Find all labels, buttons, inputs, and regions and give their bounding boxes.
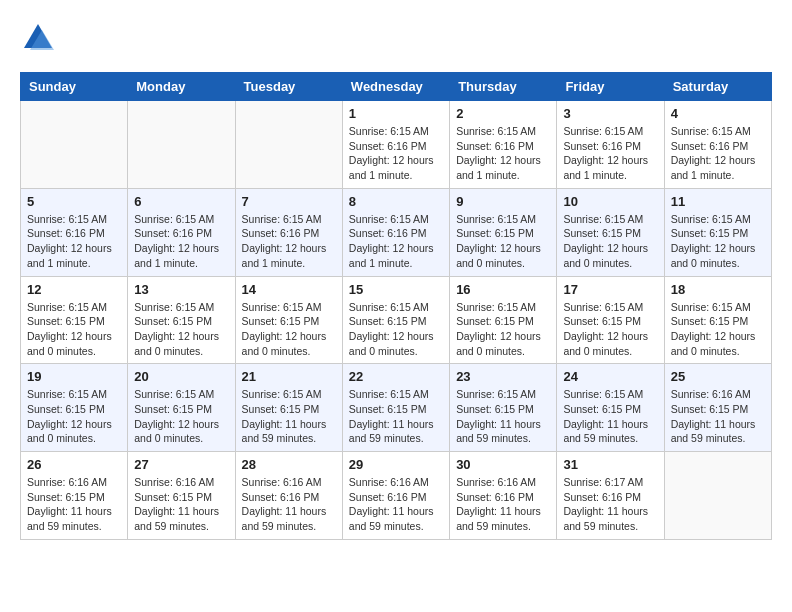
calendar-cell: 14Sunrise: 6:15 AMSunset: 6:15 PMDayligh… bbox=[235, 276, 342, 364]
day-number: 4 bbox=[671, 106, 765, 121]
day-number: 7 bbox=[242, 194, 336, 209]
calendar-cell: 3Sunrise: 6:15 AMSunset: 6:16 PMDaylight… bbox=[557, 101, 664, 189]
day-info: Sunrise: 6:16 AMSunset: 6:16 PMDaylight:… bbox=[242, 475, 336, 534]
calendar-cell: 17Sunrise: 6:15 AMSunset: 6:15 PMDayligh… bbox=[557, 276, 664, 364]
day-header-thursday: Thursday bbox=[450, 73, 557, 101]
day-info: Sunrise: 6:15 AMSunset: 6:15 PMDaylight:… bbox=[349, 300, 443, 359]
calendar-cell: 5Sunrise: 6:15 AMSunset: 6:16 PMDaylight… bbox=[21, 188, 128, 276]
day-number: 19 bbox=[27, 369, 121, 384]
day-number: 27 bbox=[134, 457, 228, 472]
day-info: Sunrise: 6:15 AMSunset: 6:15 PMDaylight:… bbox=[134, 300, 228, 359]
calendar-cell: 4Sunrise: 6:15 AMSunset: 6:16 PMDaylight… bbox=[664, 101, 771, 189]
logo bbox=[20, 20, 60, 56]
calendar-cell: 23Sunrise: 6:15 AMSunset: 6:15 PMDayligh… bbox=[450, 364, 557, 452]
calendar-cell: 31Sunrise: 6:17 AMSunset: 6:16 PMDayligh… bbox=[557, 452, 664, 540]
day-info: Sunrise: 6:15 AMSunset: 6:15 PMDaylight:… bbox=[456, 300, 550, 359]
day-number: 3 bbox=[563, 106, 657, 121]
day-info: Sunrise: 6:16 AMSunset: 6:15 PMDaylight:… bbox=[27, 475, 121, 534]
day-number: 20 bbox=[134, 369, 228, 384]
calendar-cell: 15Sunrise: 6:15 AMSunset: 6:15 PMDayligh… bbox=[342, 276, 449, 364]
calendar-cell bbox=[235, 101, 342, 189]
day-number: 17 bbox=[563, 282, 657, 297]
calendar-cell bbox=[128, 101, 235, 189]
day-number: 30 bbox=[456, 457, 550, 472]
day-info: Sunrise: 6:15 AMSunset: 6:15 PMDaylight:… bbox=[349, 387, 443, 446]
day-header-sunday: Sunday bbox=[21, 73, 128, 101]
day-info: Sunrise: 6:16 AMSunset: 6:15 PMDaylight:… bbox=[671, 387, 765, 446]
calendar-cell: 6Sunrise: 6:15 AMSunset: 6:16 PMDaylight… bbox=[128, 188, 235, 276]
day-number: 26 bbox=[27, 457, 121, 472]
calendar-cell: 11Sunrise: 6:15 AMSunset: 6:15 PMDayligh… bbox=[664, 188, 771, 276]
day-info: Sunrise: 6:15 AMSunset: 6:16 PMDaylight:… bbox=[242, 212, 336, 271]
day-number: 13 bbox=[134, 282, 228, 297]
day-number: 6 bbox=[134, 194, 228, 209]
day-info: Sunrise: 6:15 AMSunset: 6:16 PMDaylight:… bbox=[27, 212, 121, 271]
calendar-cell: 1Sunrise: 6:15 AMSunset: 6:16 PMDaylight… bbox=[342, 101, 449, 189]
calendar-cell: 9Sunrise: 6:15 AMSunset: 6:15 PMDaylight… bbox=[450, 188, 557, 276]
day-number: 1 bbox=[349, 106, 443, 121]
calendar-cell: 7Sunrise: 6:15 AMSunset: 6:16 PMDaylight… bbox=[235, 188, 342, 276]
calendar-cell: 18Sunrise: 6:15 AMSunset: 6:15 PMDayligh… bbox=[664, 276, 771, 364]
day-number: 12 bbox=[27, 282, 121, 297]
calendar-week-row: 1Sunrise: 6:15 AMSunset: 6:16 PMDaylight… bbox=[21, 101, 772, 189]
day-info: Sunrise: 6:15 AMSunset: 6:15 PMDaylight:… bbox=[563, 300, 657, 359]
day-info: Sunrise: 6:15 AMSunset: 6:15 PMDaylight:… bbox=[563, 387, 657, 446]
calendar-cell: 25Sunrise: 6:16 AMSunset: 6:15 PMDayligh… bbox=[664, 364, 771, 452]
calendar-cell: 22Sunrise: 6:15 AMSunset: 6:15 PMDayligh… bbox=[342, 364, 449, 452]
day-number: 18 bbox=[671, 282, 765, 297]
day-info: Sunrise: 6:15 AMSunset: 6:16 PMDaylight:… bbox=[671, 124, 765, 183]
day-header-tuesday: Tuesday bbox=[235, 73, 342, 101]
day-header-wednesday: Wednesday bbox=[342, 73, 449, 101]
day-info: Sunrise: 6:15 AMSunset: 6:15 PMDaylight:… bbox=[671, 300, 765, 359]
day-number: 9 bbox=[456, 194, 550, 209]
day-number: 2 bbox=[456, 106, 550, 121]
day-info: Sunrise: 6:17 AMSunset: 6:16 PMDaylight:… bbox=[563, 475, 657, 534]
day-number: 8 bbox=[349, 194, 443, 209]
calendar-cell: 8Sunrise: 6:15 AMSunset: 6:16 PMDaylight… bbox=[342, 188, 449, 276]
day-info: Sunrise: 6:15 AMSunset: 6:16 PMDaylight:… bbox=[456, 124, 550, 183]
calendar-cell: 29Sunrise: 6:16 AMSunset: 6:16 PMDayligh… bbox=[342, 452, 449, 540]
day-info: Sunrise: 6:15 AMSunset: 6:15 PMDaylight:… bbox=[27, 387, 121, 446]
day-info: Sunrise: 6:15 AMSunset: 6:15 PMDaylight:… bbox=[456, 212, 550, 271]
day-info: Sunrise: 6:15 AMSunset: 6:15 PMDaylight:… bbox=[242, 300, 336, 359]
day-info: Sunrise: 6:16 AMSunset: 6:16 PMDaylight:… bbox=[349, 475, 443, 534]
calendar-cell: 30Sunrise: 6:16 AMSunset: 6:16 PMDayligh… bbox=[450, 452, 557, 540]
day-info: Sunrise: 6:15 AMSunset: 6:15 PMDaylight:… bbox=[134, 387, 228, 446]
calendar-week-row: 5Sunrise: 6:15 AMSunset: 6:16 PMDaylight… bbox=[21, 188, 772, 276]
day-info: Sunrise: 6:15 AMSunset: 6:15 PMDaylight:… bbox=[671, 212, 765, 271]
day-number: 15 bbox=[349, 282, 443, 297]
day-number: 24 bbox=[563, 369, 657, 384]
day-info: Sunrise: 6:16 AMSunset: 6:16 PMDaylight:… bbox=[456, 475, 550, 534]
day-info: Sunrise: 6:15 AMSunset: 6:16 PMDaylight:… bbox=[563, 124, 657, 183]
day-number: 21 bbox=[242, 369, 336, 384]
day-header-saturday: Saturday bbox=[664, 73, 771, 101]
calendar-cell: 16Sunrise: 6:15 AMSunset: 6:15 PMDayligh… bbox=[450, 276, 557, 364]
day-number: 11 bbox=[671, 194, 765, 209]
calendar-cell: 10Sunrise: 6:15 AMSunset: 6:15 PMDayligh… bbox=[557, 188, 664, 276]
day-info: Sunrise: 6:15 AMSunset: 6:15 PMDaylight:… bbox=[456, 387, 550, 446]
calendar-cell: 12Sunrise: 6:15 AMSunset: 6:15 PMDayligh… bbox=[21, 276, 128, 364]
calendar-cell: 19Sunrise: 6:15 AMSunset: 6:15 PMDayligh… bbox=[21, 364, 128, 452]
day-number: 28 bbox=[242, 457, 336, 472]
calendar-table: SundayMondayTuesdayWednesdayThursdayFrid… bbox=[20, 72, 772, 540]
calendar-cell bbox=[664, 452, 771, 540]
calendar-cell: 26Sunrise: 6:16 AMSunset: 6:15 PMDayligh… bbox=[21, 452, 128, 540]
day-number: 10 bbox=[563, 194, 657, 209]
calendar-cell: 13Sunrise: 6:15 AMSunset: 6:15 PMDayligh… bbox=[128, 276, 235, 364]
day-number: 14 bbox=[242, 282, 336, 297]
day-info: Sunrise: 6:15 AMSunset: 6:16 PMDaylight:… bbox=[349, 124, 443, 183]
day-info: Sunrise: 6:15 AMSunset: 6:15 PMDaylight:… bbox=[563, 212, 657, 271]
day-number: 22 bbox=[349, 369, 443, 384]
day-header-monday: Monday bbox=[128, 73, 235, 101]
day-info: Sunrise: 6:15 AMSunset: 6:16 PMDaylight:… bbox=[349, 212, 443, 271]
page-header bbox=[20, 20, 772, 56]
day-info: Sunrise: 6:15 AMSunset: 6:16 PMDaylight:… bbox=[134, 212, 228, 271]
day-number: 23 bbox=[456, 369, 550, 384]
logo-icon bbox=[20, 20, 56, 56]
day-header-friday: Friday bbox=[557, 73, 664, 101]
calendar-week-row: 19Sunrise: 6:15 AMSunset: 6:15 PMDayligh… bbox=[21, 364, 772, 452]
calendar-cell: 20Sunrise: 6:15 AMSunset: 6:15 PMDayligh… bbox=[128, 364, 235, 452]
calendar-cell: 27Sunrise: 6:16 AMSunset: 6:15 PMDayligh… bbox=[128, 452, 235, 540]
day-info: Sunrise: 6:16 AMSunset: 6:15 PMDaylight:… bbox=[134, 475, 228, 534]
calendar-cell: 21Sunrise: 6:15 AMSunset: 6:15 PMDayligh… bbox=[235, 364, 342, 452]
